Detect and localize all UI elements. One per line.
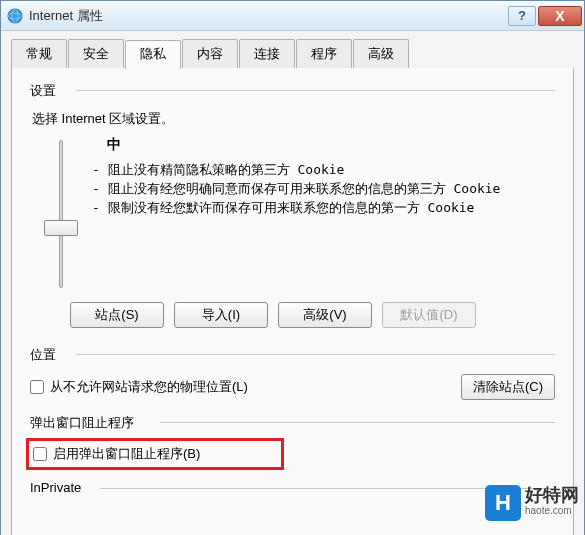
enable-popup-blocker-label: 启用弹出窗口阻止程序(B) <box>53 445 200 463</box>
clear-sites-button[interactable]: 清除站点(C) <box>461 374 555 400</box>
never-allow-location-label: 从不允许网站请求您的物理位置(L) <box>50 378 248 396</box>
advanced-button[interactable]: 高级(V) <box>278 302 372 328</box>
internet-icon <box>7 8 23 24</box>
close-button[interactable]: X <box>538 6 582 26</box>
watermark-main: 好特网 <box>525 487 579 503</box>
slider-thumb[interactable] <box>44 220 78 236</box>
tab-panel-privacy: 设置 选择 Internet 区域设置。 中 - 阻止没有精简隐私策略的第三方 … <box>11 68 574 535</box>
settings-button-row: 站点(S) 导入(I) 高级(V) 默认值(D) <box>70 302 555 328</box>
tab-connections[interactable]: 连接 <box>239 39 295 68</box>
help-button[interactable]: ? <box>508 6 536 26</box>
titlebar: Internet 属性 ? X <box>1 1 584 31</box>
watermark: H 好特网 haote.com <box>485 485 579 521</box>
popup-blocker-section-label: 弹出窗口阻止程序 <box>30 414 555 432</box>
privacy-level-description: 中 - 阻止没有精简隐私策略的第三方 Cookie - 阻止没有经您明确同意而保… <box>92 136 555 217</box>
location-row: 从不允许网站请求您的物理位置(L) 清除站点(C) <box>30 374 555 400</box>
bullet-2: - 阻止没有经您明确同意而保存可用来联系您的信息的第三方 Cookie <box>92 179 555 198</box>
privacy-slider[interactable] <box>52 140 70 288</box>
tab-content[interactable]: 内容 <box>182 39 238 68</box>
enable-popup-blocker-row[interactable]: 启用弹出窗口阻止程序(B) <box>33 445 277 463</box>
tabbar: 常规 安全 隐私 内容 连接 程序 高级 <box>11 39 574 69</box>
enable-popup-blocker-checkbox[interactable] <box>33 447 47 461</box>
watermark-sub: haote.com <box>525 503 579 519</box>
dialog-window: Internet 属性 ? X 常规 安全 隐私 内容 连接 程序 高级 设置 … <box>0 0 585 535</box>
slider-groove <box>59 140 63 288</box>
privacy-level-label: 中 <box>74 136 154 154</box>
watermark-text: 好特网 haote.com <box>525 487 579 519</box>
never-allow-location-checkbox[interactable] <box>30 380 44 394</box>
import-button[interactable]: 导入(I) <box>174 302 268 328</box>
settings-subtitle: 选择 Internet 区域设置。 <box>32 110 555 128</box>
svg-point-0 <box>8 9 22 23</box>
watermark-badge: H <box>485 485 521 521</box>
tab-programs[interactable]: 程序 <box>296 39 352 68</box>
bullet-1: - 阻止没有精简隐私策略的第三方 Cookie <box>92 160 555 179</box>
settings-section-label: 设置 <box>30 82 555 100</box>
popup-blocker-highlight: 启用弹出窗口阻止程序(B) <box>26 438 284 470</box>
privacy-slider-area: 中 - 阻止没有精简隐私策略的第三方 Cookie - 阻止没有经您明确同意而保… <box>30 136 555 288</box>
inprivate-section-label: InPrivate <box>30 480 555 495</box>
bullet-3: - 限制没有经您默许而保存可用来联系您的信息的第一方 Cookie <box>92 198 555 217</box>
divider <box>76 354 555 355</box>
tab-advanced[interactable]: 高级 <box>353 39 409 68</box>
dialog-body: 常规 安全 隐私 内容 连接 程序 高级 设置 选择 Internet 区域设置… <box>1 31 584 535</box>
window-title: Internet 属性 <box>29 7 506 25</box>
tab-general[interactable]: 常规 <box>11 39 67 68</box>
location-section-label: 位置 <box>30 346 555 364</box>
divider <box>160 422 555 423</box>
sites-button[interactable]: 站点(S) <box>70 302 164 328</box>
tab-security[interactable]: 安全 <box>68 39 124 68</box>
never-allow-location-row[interactable]: 从不允许网站请求您的物理位置(L) <box>30 378 248 396</box>
default-button: 默认值(D) <box>382 302 476 328</box>
tab-privacy[interactable]: 隐私 <box>125 40 181 69</box>
divider <box>76 90 555 91</box>
